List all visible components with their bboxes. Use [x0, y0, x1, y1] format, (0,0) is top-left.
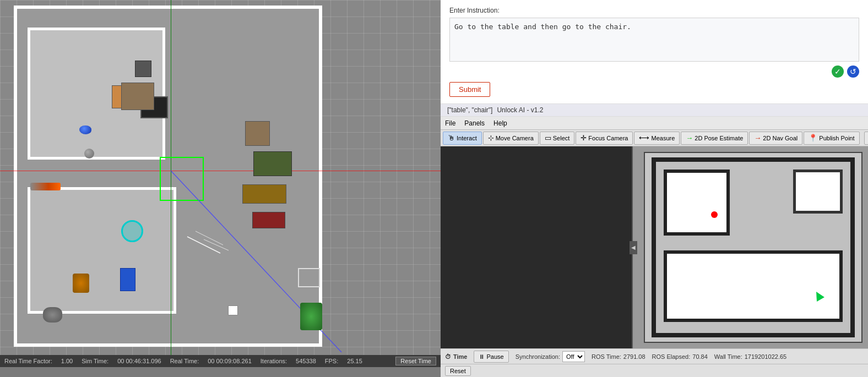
publish-point-icon: 📍 — [809, 134, 817, 142]
time-text: Time — [453, 353, 467, 360]
gazebo-viewport: Real Time Factor: 1.00 Sim Time: 00 00:4… — [0, 0, 441, 377]
ros-time-value: 2791.08 — [623, 353, 645, 360]
rviz-3d-view[interactable]: ◀ — [441, 146, 633, 348]
sync-field: Synchronization: Off On — [516, 351, 585, 362]
blue-box-object — [120, 268, 135, 291]
clock-icon: ⏱ — [445, 353, 451, 360]
select-label: Select — [553, 135, 570, 141]
time-bar: ⏱ Time ⏸ Pause Synchronization: Off On R… — [441, 348, 868, 364]
pose-estimate-icon: → — [686, 134, 693, 142]
furniture-desk — [121, 83, 154, 110]
crosshair-horizontal — [0, 171, 441, 171]
measure-icon: ⟷ — [639, 134, 649, 142]
instruction-input[interactable]: Go to the table and then go to the chair… — [449, 18, 859, 62]
rviz-toolbar: 🖱 Interact ⊹ Move Camera ▭ Select ✛ Focu… — [441, 130, 868, 146]
fps-label: FPS: — [325, 358, 338, 364]
menu-panels[interactable]: Panels — [464, 119, 485, 127]
iterations-label: Iterations: — [261, 358, 287, 364]
iterations-value: 545338 — [296, 358, 316, 364]
move-camera-icon: ⊹ — [488, 134, 494, 142]
sim-time-label: Sim Time: — [82, 358, 109, 364]
collapse-arrow[interactable]: ◀ — [630, 241, 637, 254]
furniture-barrel — [73, 274, 89, 293]
real-time-factor-label: Real Time Factor: — [4, 358, 52, 364]
move-camera-label: Move Camera — [496, 135, 534, 141]
right-panel: Enter Instruction: Go to the table and t… — [441, 0, 868, 377]
result-text: ["table", "chair"] — [447, 106, 492, 114]
map-canvas — [644, 152, 862, 343]
ros-elapsed-label: ROS Elapsed: — [652, 353, 691, 360]
cyan-circle-object — [121, 220, 143, 242]
gray-ball — [84, 149, 94, 159]
focus-camera-label: Focus Camera — [588, 135, 628, 141]
furniture-table — [242, 184, 286, 204]
focus-camera-icon: ✛ — [581, 134, 587, 142]
menu-file[interactable]: File — [445, 119, 455, 127]
interact-icon: 🖱 — [448, 134, 455, 142]
green-cylinder — [300, 303, 322, 330]
real-time-label: Real Time: — [170, 358, 199, 364]
white-box-object — [228, 305, 238, 315]
wall-time-field: Wall Time: 1719201022.65 — [714, 353, 786, 360]
rviz-map-view[interactable] — [633, 146, 868, 348]
publish-point-label: Publish Point — [819, 135, 854, 141]
pause-icon: ⏸ — [479, 353, 485, 360]
sim-time-value: 00 00:46:31.096 — [117, 358, 161, 364]
toolbar-measure[interactable]: ⟷ Measure — [634, 132, 680, 145]
confirm-icon-button[interactable]: ✓ — [832, 65, 844, 78]
result-bar: ["table", "chair"] Unlock AI - v1.2 — [441, 104, 868, 117]
sync-select[interactable]: Off On — [562, 351, 585, 362]
real-time-factor-value: 1.00 — [61, 358, 73, 364]
fps-value: 25.15 — [347, 358, 362, 364]
instruction-panel: Enter Instruction: Go to the table and t… — [441, 0, 868, 104]
submit-button[interactable]: Submit — [449, 82, 490, 97]
map-room-bottom — [664, 250, 843, 322]
wall-time-label: Wall Time: — [714, 353, 742, 360]
sim-3d-view[interactable] — [0, 0, 441, 355]
nav-goal-label: 2D Nav Goal — [763, 135, 798, 141]
interact-label: Interact — [457, 135, 477, 141]
toolbar-select[interactable]: ▭ Select — [540, 132, 575, 145]
furniture-box — [245, 121, 270, 146]
ros-time-field: ROS Time: 2791.08 — [592, 353, 645, 360]
blue-sphere — [79, 125, 91, 134]
toolbar-move-camera[interactable]: ⊹ Move Camera — [483, 132, 539, 145]
ros-time-label: ROS Time: — [592, 353, 621, 360]
wire-cage — [298, 268, 320, 287]
furniture-chair — [135, 61, 151, 77]
pause-button[interactable]: ⏸ Pause — [474, 351, 508, 363]
ros-elapsed-value: 70.84 — [692, 353, 708, 360]
wall-time-value: 1719201022.65 — [745, 353, 786, 360]
refresh-icon-button[interactable]: ↺ — [847, 65, 859, 78]
toolbar-plus[interactable]: + — [864, 132, 868, 145]
toolbar-focus-camera[interactable]: ✛ Focus Camera — [576, 132, 633, 145]
ros-elapsed-field: ROS Elapsed: 70.84 — [652, 353, 708, 360]
menu-help[interactable]: Help — [493, 119, 507, 127]
map-room-topleft — [664, 170, 730, 236]
selection-rectangle — [160, 157, 204, 201]
rviz-views: ◀ — [441, 146, 868, 348]
map-outer-wall — [652, 157, 855, 337]
reset-time-button[interactable]: Reset Time — [395, 357, 436, 365]
toolbar-pose-estimate[interactable]: → 2D Pose Estimate — [681, 132, 748, 145]
room-bottom-left — [28, 187, 176, 314]
pause-label: Pause — [486, 353, 503, 360]
rocks-object — [43, 307, 62, 323]
real-time-value: 00 00:09:08.261 — [208, 358, 252, 364]
instruction-label: Enter Instruction: — [449, 7, 859, 14]
rviz-reset-button[interactable]: Reset — [445, 366, 471, 376]
rviz-menubar: File Panels Help — [441, 117, 868, 130]
instruction-icon-row: ✓ ↺ — [449, 65, 859, 78]
pose-estimate-label: 2D Pose Estimate — [695, 135, 743, 141]
toolbar-publish-point[interactable]: 📍 Publish Point — [804, 132, 859, 145]
rviz-window: File Panels Help 🖱 Interact ⊹ Move Camer… — [441, 117, 868, 377]
map-room-topright — [793, 170, 843, 214]
toolbar-interact[interactable]: 🖱 Interact — [443, 132, 482, 145]
furniture-sofa — [253, 151, 292, 176]
sim-status-bar: Real Time Factor: 1.00 Sim Time: 00 00:4… — [0, 355, 441, 367]
toolbar-nav-goal[interactable]: → 2D Nav Goal — [749, 132, 802, 145]
select-icon: ▭ — [545, 134, 551, 142]
nav-goal-icon: → — [754, 134, 761, 142]
sync-label: Synchronization: — [516, 353, 560, 360]
furniture-couch — [252, 212, 285, 228]
